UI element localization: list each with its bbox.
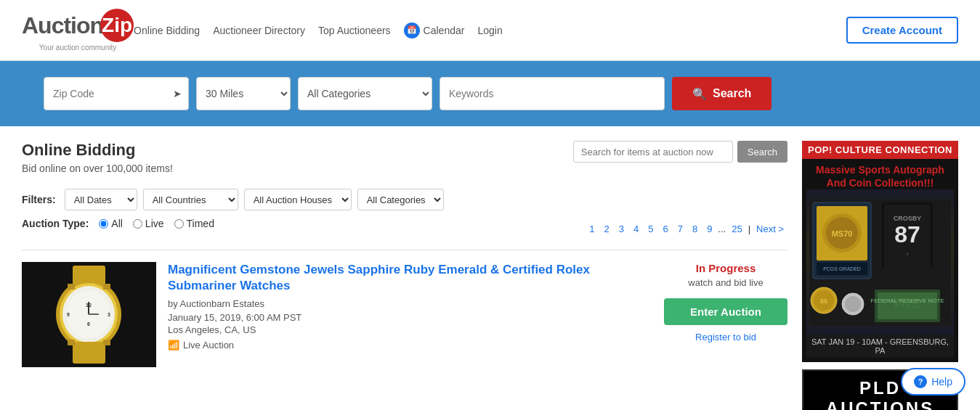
title-area: Online Bidding Bid online on over 100,00… xyxy=(22,141,173,184)
auction-date: January 15, 2019, 6:00 AM PST xyxy=(168,312,652,323)
ad-box-main[interactable]: POP! CULTURE CONNECTION Massive Sports A… xyxy=(802,141,958,362)
filter-dates-select[interactable]: All Dates Today This Week xyxy=(65,189,137,210)
pagination: 1 2 3 4 5 6 7 8 9 ... 25 | Next > xyxy=(586,222,787,236)
section-subtitle: Bid online on over 100,000 items! xyxy=(22,163,173,174)
help-label: Help xyxy=(931,376,952,388)
svg-text:6: 6 xyxy=(87,321,90,327)
pagination-separator: | xyxy=(748,224,750,234)
search-within-input[interactable] xyxy=(573,141,733,163)
nav-top-auctioneers[interactable]: Top Auctioneers xyxy=(318,25,391,36)
auction-type-label: Auction Type: xyxy=(22,218,89,229)
pagination-dots: ... xyxy=(718,224,726,234)
live-badge: 📶 Live Auction xyxy=(168,340,652,350)
in-progress-status: In Progress xyxy=(664,262,787,274)
filter-categories-select[interactable]: All Categories Art Jewelry xyxy=(357,189,444,210)
page-2[interactable]: 2 xyxy=(600,222,612,236)
page-9[interactable]: 9 xyxy=(703,222,716,236)
nav-online-bidding[interactable]: Online Bidding xyxy=(134,25,200,36)
logo-tagline: Your auction community xyxy=(39,44,116,52)
auction-type-row: Auction Type: All Live Timed xyxy=(22,218,214,229)
page-4[interactable]: 4 xyxy=(630,222,642,236)
nav-auctioneer-directory[interactable]: Auctioneer Directory xyxy=(213,25,305,36)
page-25[interactable]: 25 xyxy=(728,222,745,236)
ad-header: POP! CULTURE CONNECTION xyxy=(802,141,958,159)
page-7[interactable]: 7 xyxy=(674,222,687,236)
filter-houses-select[interactable]: All Auction Houses xyxy=(244,189,352,210)
type-timed-label: Timed xyxy=(187,218,214,229)
help-icon: ? xyxy=(914,375,927,388)
category-select[interactable]: All Categories Art Jewelry Coins Electro… xyxy=(298,77,432,110)
svg-rect-12 xyxy=(73,342,105,364)
nav-links: Online Bidding Auctioneer Directory Top … xyxy=(134,22,846,38)
type-timed-option[interactable]: Timed xyxy=(174,218,214,229)
logo[interactable]: Auction Zip Your auction community xyxy=(22,9,134,52)
calendar-nav[interactable]: 📅 Calendar xyxy=(404,22,465,38)
calendar-label: Calendar xyxy=(424,25,465,36)
svg-rect-16 xyxy=(103,340,110,345)
type-all-radio[interactable] xyxy=(99,219,108,229)
logo-text: Auction xyxy=(22,12,103,39)
filters-label: Filters: xyxy=(22,194,56,205)
svg-text:FEDERAL RESERVE NOTE: FEDERAL RESERVE NOTE xyxy=(870,298,944,304)
filter-countries-select[interactable]: All Countries United States United Kingd… xyxy=(143,189,238,210)
svg-text:PCGS GRADED: PCGS GRADED xyxy=(823,266,861,271)
page-5[interactable]: 5 xyxy=(644,222,657,236)
section-title: Online Bidding xyxy=(22,141,173,160)
type-timed-radio[interactable] xyxy=(174,219,184,229)
zip-input[interactable] xyxy=(44,77,189,110)
auction-details: Magnificent Gemstone Jewels Sapphire Rub… xyxy=(168,262,652,367)
zip-input-wrap: ➤ xyxy=(44,77,189,110)
auction-location: Los Angeles, CA, US xyxy=(168,324,652,335)
search-button[interactable]: 🔍 Search xyxy=(672,77,772,110)
search-bar: ➤ 10 Miles 25 Miles 30 Miles 50 Miles 10… xyxy=(0,61,980,126)
auction-by: by Auctionbarn Estates xyxy=(168,298,652,309)
create-account-button[interactable]: Create Account xyxy=(846,17,958,44)
search-label: Search xyxy=(713,87,751,100)
search-within-row: Search xyxy=(573,141,787,163)
auction-thumbnail[interactable]: 12 6 9 3 xyxy=(22,262,156,367)
type-all-option[interactable]: All xyxy=(99,218,123,229)
logo-zip: Zip xyxy=(100,9,134,42)
page-8[interactable]: 8 xyxy=(689,222,701,236)
svg-point-27 xyxy=(845,296,861,312)
svg-text:9: 9 xyxy=(67,312,70,317)
search-within-button[interactable]: Search xyxy=(737,141,787,163)
wifi-icon: 📶 xyxy=(168,340,179,350)
page-6[interactable]: 6 xyxy=(659,222,671,236)
svg-rect-13 xyxy=(68,284,75,290)
page-3[interactable]: 3 xyxy=(615,222,628,236)
svg-text:$5: $5 xyxy=(820,298,827,305)
register-to-bid-link[interactable]: Register to bid xyxy=(695,332,756,343)
enter-auction-button[interactable]: Enter Auction xyxy=(664,298,787,325)
auction-item: 12 6 9 3 Magnificent Gemstone xyxy=(22,250,787,367)
main-content: Online Bidding Bid online on over 100,00… xyxy=(0,126,980,410)
search-icon: 🔍 xyxy=(692,87,707,101)
type-live-option[interactable]: Live xyxy=(133,218,164,229)
type-live-radio[interactable] xyxy=(133,219,142,229)
svg-rect-14 xyxy=(103,284,110,290)
page-1[interactable]: 1 xyxy=(586,222,598,236)
keywords-input[interactable] xyxy=(440,77,665,110)
watch-bid-label: watch and bid live xyxy=(664,277,787,288)
auction-title[interactable]: Magnificent Gemstone Jewels Sapphire Rub… xyxy=(168,262,652,294)
filters-search-row: Online Bidding Bid online on over 100,00… xyxy=(22,141,787,184)
miles-select[interactable]: 10 Miles 25 Miles 30 Miles 50 Miles 100 … xyxy=(196,77,291,110)
pagination-next[interactable]: Next > xyxy=(753,222,787,236)
live-label: Live Auction xyxy=(183,340,234,350)
svg-text:MS70: MS70 xyxy=(832,229,853,238)
help-button[interactable]: ? Help xyxy=(901,368,965,395)
type-live-label: Live xyxy=(145,218,164,229)
svg-text:87: 87 xyxy=(894,221,920,247)
nav-login[interactable]: Login xyxy=(477,25,502,36)
left-content: Online Bidding Bid online on over 100,00… xyxy=(22,141,787,410)
auction-type-pagination-row: Auction Type: All Live Timed 1 2 3 4 xyxy=(22,218,787,239)
type-all-label: All xyxy=(111,218,123,229)
ad-red-text: Massive Sports Autograph And Coin Collec… xyxy=(806,163,954,189)
ad-footer: SAT JAN 19 - 10AM - GREENSBURG, PA xyxy=(806,335,954,358)
watch-image: 12 6 9 3 xyxy=(22,262,156,367)
filters-row: Filters: All Dates Today This Week All C… xyxy=(22,189,787,210)
header: Auction Zip Your auction community Onlin… xyxy=(0,0,980,61)
svg-text:3: 3 xyxy=(108,312,110,317)
ad-body: Massive Sports Autograph And Coin Collec… xyxy=(802,159,958,362)
calendar-icon: 📅 xyxy=(404,22,420,38)
